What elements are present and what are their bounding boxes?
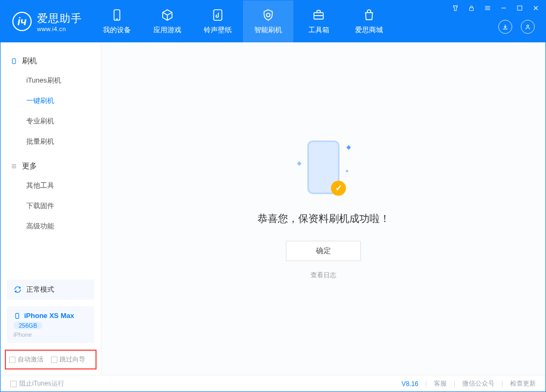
svg-rect-13 [12,58,16,63]
minimize-icon[interactable] [499,4,508,12]
window-controls-top [451,4,540,12]
checkbox-auto-activate[interactable]: 自动激活 [9,355,43,364]
nav-tabs: 我的设备 应用游戏 铃声壁纸 智能刷机 工具箱 爱思商城 [92,1,394,42]
device-name: iPhone XS Max [13,312,74,320]
download-button[interactable] [498,20,512,34]
footer-right: V8.16 客服 微信公众号 检查更新 [402,379,536,388]
app-header: iч 爱思助手 www.i4.cn 我的设备 应用游戏 铃声壁纸 智能刷机 工具… [1,1,545,42]
cube-icon [160,8,174,22]
sidebar: 刷机 iTunes刷机 一键刷机 专业刷机 批量刷机 更多 其他工具 下载固件 … [1,42,101,375]
svg-rect-9 [518,6,522,10]
highlighted-options: 自动激活 跳过向导 [5,350,97,369]
sidebar-item-pro[interactable]: 专业刷机 [1,111,101,131]
sidebar-group-flash: 刷机 [1,52,101,70]
sidebar-item-firmware[interactable]: 下载固件 [1,196,101,216]
lock-icon[interactable] [467,4,476,12]
sidebar-item-batch[interactable]: 批量刷机 [1,131,101,152]
maximize-icon[interactable] [515,4,524,12]
checkbox-icon [51,357,57,363]
checkbox-block-itunes[interactable]: 阻止iTunes运行 [10,379,64,388]
toolbox-icon [312,8,326,22]
spark-icon [297,161,301,165]
view-log-link[interactable]: 查看日志 [311,271,336,280]
device-capacity: 256GB [13,322,42,329]
menu-icon[interactable] [483,4,492,12]
sidebar-item-adv[interactable]: 高级功能 [1,216,101,236]
tab-flash[interactable]: 智能刷机 [243,1,293,42]
sidebar-item-oneclick[interactable]: 一键刷机 [1,91,101,111]
sidebar-group-more: 更多 [1,157,101,175]
phone-icon [110,8,124,22]
list-icon [10,162,18,170]
shirt-icon[interactable] [451,4,460,12]
footer-wechat[interactable]: 微信公众号 [462,379,495,388]
body-area: 刷机 iTunes刷机 一键刷机 专业刷机 批量刷机 更多 其他工具 下载固件 … [1,42,545,375]
spark-icon [345,169,349,173]
spark-icon [346,145,351,149]
tab-ring[interactable]: 铃声壁纸 [193,1,243,42]
main-content: ✓ 恭喜您，保资料刷机成功啦！ 确定 查看日志 [101,42,545,375]
check-badge-icon: ✓ [331,181,346,196]
version-label: V8.16 [402,380,418,388]
app-url: www.i4.cn [37,26,82,32]
refresh-icon [13,285,22,294]
svg-rect-2 [213,10,222,20]
footer-bar: 阻止iTunes运行 V8.16 客服 微信公众号 检查更新 [1,375,545,392]
footer-service[interactable]: 客服 [434,379,447,388]
music-file-icon [211,8,225,22]
tab-apps[interactable]: 应用游戏 [142,1,193,42]
tab-tools[interactable]: 工具箱 [293,1,344,42]
user-button[interactable] [521,20,535,34]
checkbox-icon [9,357,16,363]
app-title: 爱思助手 [37,11,82,26]
close-icon[interactable] [532,4,540,12]
checkbox-icon [10,381,17,387]
device-card[interactable]: iPhone XS Max 256GB iPhone [7,306,94,343]
device-type: iPhone [13,331,32,338]
device-mode-status[interactable]: 正常模式 [7,279,94,300]
svg-point-12 [527,25,529,27]
logo-icon: iч [12,12,32,31]
bag-icon [362,8,376,22]
tab-store[interactable]: 爱思商城 [344,1,394,42]
success-illustration: ✓ [302,138,345,197]
sidebar-item-other[interactable]: 其他工具 [1,175,101,196]
phone-small-icon [13,312,21,320]
ok-button[interactable]: 确定 [286,241,361,261]
svg-rect-4 [470,8,474,10]
success-message: 恭喜您，保资料刷机成功啦！ [257,212,390,226]
shield-refresh-icon [261,8,275,22]
checkbox-skip-guide[interactable]: 跳过向导 [51,355,85,364]
svg-rect-17 [16,313,19,318]
logo-area: iч 爱思助手 www.i4.cn [1,11,92,32]
sidebar-item-itunes[interactable]: iTunes刷机 [1,70,101,91]
tab-device[interactable]: 我的设备 [92,1,142,42]
footer-update[interactable]: 检查更新 [510,379,536,388]
window-controls-mid [498,20,535,34]
phone-outline-icon [10,57,18,65]
